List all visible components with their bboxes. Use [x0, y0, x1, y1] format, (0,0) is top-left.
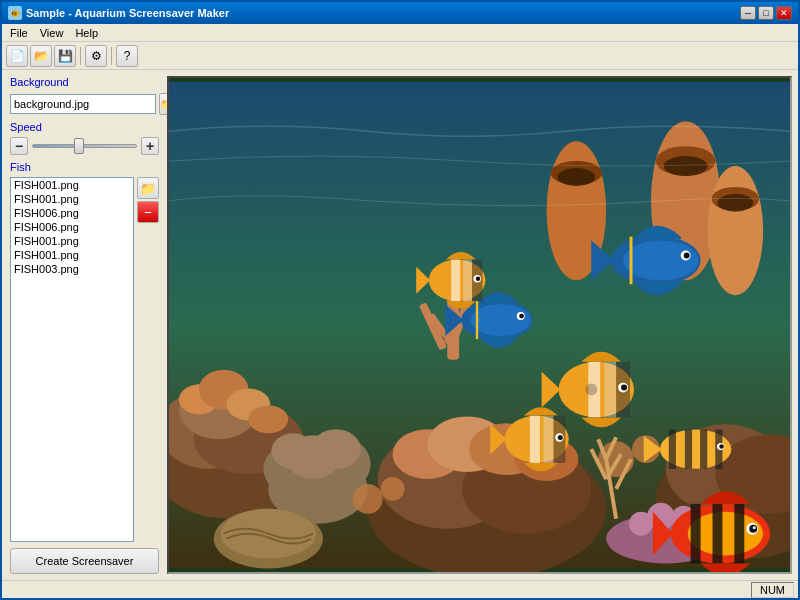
- speed-label: Speed: [10, 121, 159, 133]
- main-window: 🐠 Sample - Aquarium Screensaver Maker ─ …: [0, 0, 800, 600]
- svg-rect-102: [734, 504, 744, 564]
- svg-rect-100: [691, 504, 701, 564]
- svg-point-39: [353, 484, 383, 514]
- fish-label: Fish: [10, 161, 159, 173]
- svg-rect-92: [530, 416, 540, 463]
- left-panel: Background 📁 Speed − +: [2, 70, 167, 580]
- svg-point-82: [476, 277, 480, 281]
- svg-point-90: [719, 444, 723, 448]
- svg-rect-77: [451, 259, 460, 301]
- aquarium-preview: [169, 78, 790, 572]
- svg-point-22: [248, 405, 288, 433]
- menu-file[interactable]: File: [4, 26, 34, 40]
- svg-rect-78: [463, 259, 472, 301]
- close-button[interactable]: ✕: [776, 6, 792, 20]
- svg-point-63: [471, 304, 531, 336]
- save-button[interactable]: 💾: [54, 45, 76, 67]
- status-num: NUM: [751, 582, 794, 598]
- speed-controls: − +: [10, 137, 159, 155]
- new-button[interactable]: 📄: [6, 45, 28, 67]
- background-row: 📁: [10, 93, 159, 115]
- slider-thumb[interactable]: [74, 138, 84, 154]
- svg-rect-84: [669, 430, 676, 469]
- fish-buttons: 📁 −: [137, 177, 159, 542]
- maximize-button[interactable]: □: [758, 6, 774, 20]
- minimize-button[interactable]: ─: [740, 6, 756, 20]
- svg-point-60: [684, 252, 690, 258]
- preview-area: [167, 76, 792, 574]
- toolbar-separator: [80, 47, 81, 65]
- window-title: Sample - Aquarium Screensaver Maker: [26, 7, 229, 19]
- svg-point-40: [381, 477, 405, 501]
- fish-listbox[interactable]: FISH001.png FISH001.png FISH006.png FISH…: [10, 177, 134, 542]
- svg-point-75: [585, 384, 597, 396]
- speed-slider[interactable]: [32, 137, 137, 155]
- svg-rect-86: [700, 430, 707, 469]
- svg-rect-85: [685, 430, 692, 469]
- svg-point-106: [753, 526, 756, 529]
- main-content: Background 📁 Speed − +: [2, 70, 798, 580]
- list-item[interactable]: FISH001.png: [11, 248, 133, 262]
- app-icon: 🐠: [8, 6, 22, 20]
- background-label: Background: [10, 76, 159, 88]
- list-item[interactable]: FISH006.png: [11, 206, 133, 220]
- toolbar: 📄 📂 💾 ⚙ ?: [2, 42, 798, 70]
- svg-rect-93: [543, 416, 553, 463]
- fish-section: Fish FISH001.png FISH001.png FISH006.png…: [10, 161, 159, 542]
- list-item[interactable]: FISH003.png: [11, 262, 133, 276]
- menu-view[interactable]: View: [34, 26, 70, 40]
- background-input[interactable]: [10, 94, 156, 114]
- list-item[interactable]: FISH001.png: [11, 234, 133, 248]
- svg-point-9: [557, 168, 595, 186]
- slider-track: [32, 144, 137, 148]
- svg-point-4: [708, 166, 764, 295]
- svg-point-37: [311, 429, 361, 469]
- title-bar-left: 🐠 Sample - Aquarium Screensaver Maker: [8, 6, 229, 20]
- svg-point-57: [623, 241, 699, 281]
- svg-rect-101: [712, 504, 722, 564]
- svg-point-6: [717, 194, 753, 212]
- speed-plus-button[interactable]: +: [141, 137, 159, 155]
- title-bar-buttons: ─ □ ✕: [740, 6, 792, 20]
- speed-section: Speed − +: [10, 121, 159, 155]
- svg-rect-70: [604, 362, 616, 418]
- create-screensaver-button[interactable]: Create Screensaver: [10, 548, 159, 574]
- open-button[interactable]: 📂: [30, 45, 52, 67]
- menu-bar: File View Help: [2, 24, 798, 42]
- svg-point-97: [558, 435, 563, 440]
- toolbar-separator-2: [111, 47, 112, 65]
- background-section: Background 📁: [10, 76, 159, 115]
- svg-point-74: [621, 385, 627, 391]
- settings-button[interactable]: ⚙: [85, 45, 107, 67]
- list-item[interactable]: FISH001.png: [11, 178, 133, 192]
- status-bar: NUM: [2, 580, 798, 598]
- svg-point-66: [519, 314, 524, 319]
- list-item[interactable]: FISH006.png: [11, 220, 133, 234]
- title-bar: 🐠 Sample - Aquarium Screensaver Maker ─ …: [2, 2, 798, 24]
- fish-remove-button[interactable]: −: [137, 201, 159, 223]
- svg-point-38: [271, 433, 315, 469]
- fish-list-row: FISH001.png FISH001.png FISH006.png FISH…: [10, 177, 159, 542]
- help-button[interactable]: ?: [116, 45, 138, 67]
- speed-minus-button[interactable]: −: [10, 137, 28, 155]
- list-item[interactable]: FISH001.png: [11, 192, 133, 206]
- fish-add-button[interactable]: 📁: [137, 177, 159, 199]
- menu-help[interactable]: Help: [69, 26, 104, 40]
